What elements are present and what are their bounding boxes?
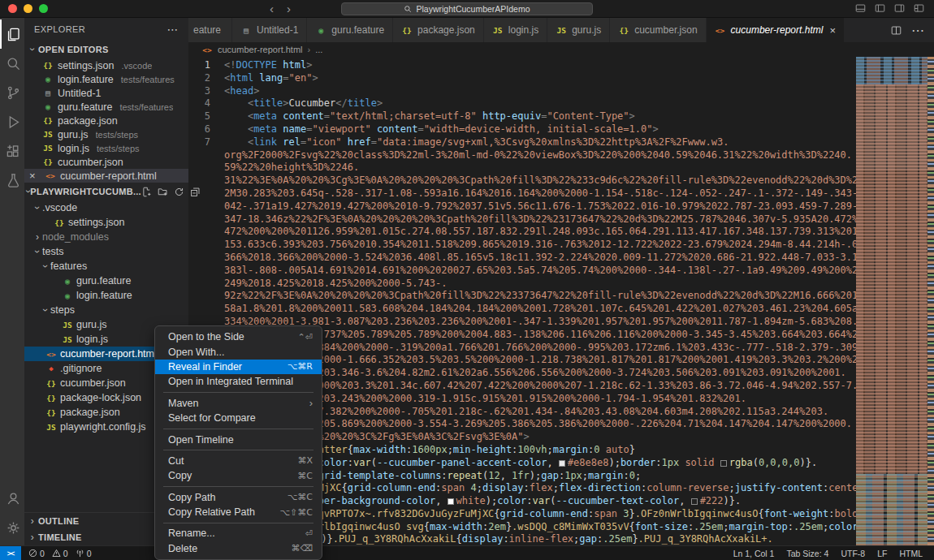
- code-line: 472%200%200%201126.959%201.015c.274.08.5…: [188, 226, 856, 239]
- activity-testing[interactable]: [0, 166, 24, 195]
- project-section-header[interactable]: › PLAYWRIGHTCUCUMB...: [24, 183, 188, 200]
- menu-item-delete[interactable]: Delete⌘⌫: [155, 541, 322, 556]
- zoom-window-button[interactable]: [39, 4, 48, 13]
- debug-icon: [6, 114, 21, 130]
- menu-item-open-to-the-side[interactable]: Open to the Side⌃⏎: [155, 330, 322, 344]
- activity-extensions[interactable]: [0, 136, 24, 166]
- command-center-search[interactable]: PlaywrightCucumberAPIdemo: [341, 2, 593, 15]
- open-editor-package-json[interactable]: {}package.json: [24, 114, 188, 127]
- new-file-icon[interactable]: [141, 187, 152, 197]
- tab-untitled-1[interactable]: ▤Untitled-1: [232, 18, 307, 42]
- close-icon[interactable]: ×: [829, 24, 836, 37]
- open-editor-guru-js[interactable]: JSguru.jstests/steps: [24, 127, 188, 141]
- file-label: login.feature: [76, 290, 132, 301]
- activity-accounts[interactable]: [0, 484, 24, 513]
- html-file-icon: <>: [45, 171, 56, 180]
- tree-item-vscode[interactable]: ›.vscode: [24, 200, 188, 215]
- open-editor-cucumber-report-html[interactable]: ×<>cucumber-report.html: [24, 169, 188, 183]
- activity-search[interactable]: [0, 49, 24, 78]
- cursor-position[interactable]: Ln 1, Col 1: [733, 549, 775, 558]
- customize-layout-icon[interactable]: [914, 3, 924, 14]
- open-editor-login-feature[interactable]: ◉login.featuretests/features: [24, 72, 188, 86]
- menu-item-select-for-compare[interactable]: Select for Compare: [155, 411, 322, 425]
- open-editor-untitled-1[interactable]: ▤Untitled-1: [24, 86, 188, 100]
- toggle-panel-icon[interactable]: [855, 3, 866, 14]
- editor-more-actions-icon[interactable]: ⋯: [911, 23, 924, 38]
- activity-source-control[interactable]: [0, 78, 24, 107]
- tab-guru-js[interactable]: JSguru.js: [547, 18, 610, 42]
- menu-item-reveal-in-finder[interactable]: Reveal in Finder⌥⌘R: [155, 360, 322, 374]
- encoding[interactable]: UTF-8: [841, 549, 865, 558]
- toggle-sidebar-icon[interactable]: [875, 3, 885, 14]
- refresh-icon[interactable]: [174, 187, 184, 197]
- open-editor-guru-feature[interactable]: ◉guru.featuretests/features: [24, 100, 188, 114]
- minimap-slider[interactable]: [856, 57, 928, 170]
- line-number: 3: [188, 85, 224, 98]
- code-line: 6 <meta name="viewport" content="width=d…: [188, 123, 856, 136]
- code-line: 59%22%20height%3D%2246.: [188, 162, 856, 174]
- eol-sequence[interactable]: LF: [877, 549, 887, 558]
- tree-item-login-feature[interactable]: ◉login.feature: [24, 288, 188, 303]
- ports-status[interactable]: 0: [76, 549, 92, 558]
- menu-item-copy-relative-path[interactable]: Copy Relative Path⌥⇧⌘C: [155, 505, 322, 519]
- menu-item-cut[interactable]: Cut⌘X: [155, 454, 322, 468]
- tree-item-tests[interactable]: ›tests: [24, 244, 188, 259]
- menu-separator: [163, 429, 313, 429]
- activity-settings[interactable]: [0, 513, 24, 542]
- activity-run-debug[interactable]: [0, 107, 24, 136]
- problems-errors[interactable]: 0: [28, 549, 45, 558]
- code-line: 2M30.283%203.645q-.528-.317-1.08-.593a16…: [188, 187, 856, 200]
- language-mode[interactable]: HTML: [899, 549, 923, 558]
- line-number: [188, 213, 224, 226]
- tab-login-js[interactable]: JSlogin.js: [484, 18, 547, 42]
- open-editor-settings-json[interactable]: {}settings.json.vscode: [24, 58, 188, 72]
- toggle-secondary-sidebar-icon[interactable]: [894, 3, 905, 14]
- remote-indicator[interactable]: ><: [0, 546, 21, 560]
- split-editor-icon[interactable]: [891, 25, 902, 36]
- activity-explorer[interactable]: [0, 19, 24, 49]
- tree-item-features[interactable]: ›features: [24, 259, 188, 274]
- tree-item-settings-json[interactable]: {}settings.json: [24, 215, 188, 230]
- tab-cucumber-json[interactable]: {}cucumber.json: [610, 18, 706, 42]
- tab-cucumber-report-html[interactable]: <>cucumber-report.html×: [707, 18, 845, 42]
- menu-item-label: Delete: [168, 543, 197, 554]
- menu-item-rename[interactable]: Rename...⏎: [155, 526, 322, 541]
- tree-item-guru-feature[interactable]: ◉guru.feature: [24, 274, 188, 288]
- open-editors-header[interactable]: › OPEN EDITORS: [24, 41, 188, 58]
- open-editor-login-js[interactable]: JSlogin.jstests/steps: [24, 141, 188, 155]
- activity-bar: [0, 18, 24, 545]
- open-editor-cucumber-json[interactable]: {}cucumber.json: [24, 155, 188, 169]
- history-forward-icon[interactable]: ›: [287, 0, 291, 17]
- tree-item-node-modules[interactable]: ›node_modules: [24, 230, 188, 244]
- tab-guru-feature[interactable]: ◉guru.feature: [307, 18, 393, 42]
- file-label: guru.feature: [58, 101, 112, 113]
- code-line: 58a1.8%201.8%200%20011.583.608%204.184%2…: [188, 303, 856, 316]
- code-line: 042-.371a19.427%2019.427%200%2010-9.792%…: [188, 200, 856, 213]
- minimap[interactable]: [856, 57, 934, 545]
- tree-item-steps[interactable]: ›steps: [24, 303, 188, 317]
- tab-package-json[interactable]: {}package.json: [393, 18, 484, 42]
- source-control-icon: [6, 85, 21, 101]
- history-back-icon[interactable]: ‹: [270, 0, 274, 17]
- tab-eature[interactable]: eature: [188, 18, 232, 42]
- menu-item-open-in-integrated-terminal[interactable]: Open in Integrated Terminal: [155, 374, 322, 389]
- code-line: 2<html lang="en">: [188, 72, 856, 85]
- file-label: guru.feature: [76, 275, 131, 286]
- new-folder-icon[interactable]: [158, 187, 168, 197]
- menu-item-open-with[interactable]: Open With...: [155, 344, 322, 359]
- menu-item-open-timeline[interactable]: Open Timeline: [155, 432, 322, 446]
- js-file-icon: JS: [492, 26, 504, 35]
- menu-item-copy[interactable]: Copy⌘C: [155, 468, 322, 483]
- menu-item-label: Maven: [168, 398, 199, 409]
- menu-item-maven[interactable]: Maven›: [155, 396, 322, 411]
- minimize-window-button[interactable]: [24, 4, 32, 13]
- explorer-more-actions-icon[interactable]: ⋯: [167, 23, 179, 36]
- problems-warnings[interactable]: 0: [52, 549, 68, 558]
- html-file-icon: <>: [45, 350, 57, 359]
- json-file-icon: {}: [54, 218, 65, 227]
- indentation[interactable]: Tab Size: 4: [786, 549, 828, 558]
- close-icon[interactable]: ×: [29, 171, 39, 181]
- breadcrumb[interactable]: <> cucumber-report.html › ...: [188, 42, 934, 57]
- menu-item-copy-path[interactable]: Copy Path⌥⌘C: [155, 490, 322, 505]
- close-window-button[interactable]: [8, 4, 17, 13]
